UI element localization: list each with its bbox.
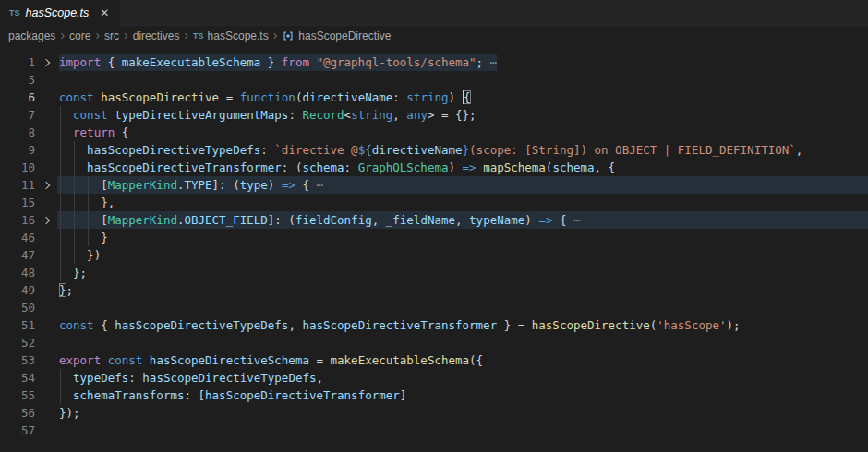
breadcrumb-label: hasScope.ts — [208, 30, 269, 42]
line-number: 15 — [0, 194, 35, 211]
tab-bar: TS hasScope.ts ✕ — [0, 0, 868, 26]
code-line-15[interactable]: 15 }, — [0, 194, 868, 211]
code-text: }); — [59, 404, 80, 422]
code-text: const typeDirectiveArgumentMaps: Record<… — [59, 106, 476, 124]
code-text: export const hasScopeDirectiveSchema = m… — [59, 351, 483, 369]
code-line-53[interactable]: 53export const hasScopeDirectiveSchema =… — [0, 351, 868, 369]
breadcrumb-label: directives — [133, 30, 180, 42]
line-number: 47 — [0, 246, 35, 264]
breadcrumb-item-hasscopedirective[interactable]: hasScopeDirective — [282, 30, 391, 42]
code-line-7[interactable]: 7 const typeDirectiveArgumentMaps: Recor… — [0, 106, 868, 124]
fold-ellipsis: ⋯ — [567, 213, 581, 227]
typescript-file-icon: TS — [193, 31, 204, 41]
code-line-5[interactable]: 5 — [0, 71, 868, 89]
line-number: 51 — [0, 316, 35, 334]
chevron-right-icon: › — [95, 29, 100, 43]
matched-bracket: { — [464, 90, 471, 104]
code-line-48[interactable]: 48 }; — [0, 264, 868, 281]
matched-bracket: } — [59, 283, 66, 297]
breadcrumb-label: core — [69, 30, 90, 42]
chevron-right-icon: › — [124, 29, 128, 43]
code-line-54[interactable]: 54 typeDefs: hasScopeDirectiveTypeDefs, — [0, 369, 868, 387]
fold-ellipsis: ⋯ — [483, 55, 497, 69]
typescript-file-icon: TS — [9, 8, 20, 18]
line-number: 11 — [0, 176, 35, 194]
code-text: const hasScopeDirective = function(direc… — [59, 89, 471, 106]
code-line-9[interactable]: 9 hasScopeDirectiveTypeDefs: `directive … — [0, 141, 868, 159]
breadcrumb-item-packages[interactable]: packages — [8, 30, 55, 42]
chevron-right-icon: › — [184, 29, 188, 43]
breadcrumb: packages›core›src›directives›TShasScope.… — [0, 26, 868, 46]
breadcrumb-label: hasScopeDirective — [298, 30, 391, 42]
line-number: 56 — [0, 404, 35, 422]
code-line-11[interactable]: 11 [MapperKind.TYPE]: (type) => { ⋯ — [0, 176, 868, 194]
chevron-right-icon: › — [273, 29, 278, 43]
line-number: 16 — [0, 211, 35, 229]
code-text: const { hasScopeDirectiveTypeDefs, hasSc… — [59, 316, 741, 334]
editor[interactable]: 1import { makeExecutableSchema } from "@… — [0, 46, 868, 452]
fold-chevron-icon[interactable] — [42, 182, 50, 189]
breadcrumb-item-src[interactable]: src — [104, 30, 119, 42]
code-line-6[interactable]: 6const hasScopeDirective = function(dire… — [0, 89, 868, 106]
line-number: 52 — [0, 334, 35, 351]
code-line-52[interactable]: 52 — [0, 334, 868, 351]
tab-hasscope[interactable]: TS hasScope.ts ✕ — [0, 0, 120, 26]
code-line-57[interactable]: 57 — [0, 422, 868, 439]
code-line-47[interactable]: 47 }) — [0, 246, 868, 264]
code-line-8[interactable]: 8 return { — [0, 124, 868, 141]
code-text: }; — [59, 264, 87, 281]
line-number: 53 — [0, 351, 35, 369]
code-text: } — [59, 229, 108, 246]
line-number: 57 — [0, 422, 35, 439]
line-number: 7 — [0, 106, 35, 124]
code-line-56[interactable]: 56}); — [0, 404, 868, 422]
code-text: typeDefs: hasScopeDirectiveTypeDefs, — [59, 369, 323, 387]
code-line-51[interactable]: 51const { hasScopeDirectiveTypeDefs, has… — [0, 316, 868, 334]
code-line-55[interactable]: 55 schemaTransforms: [hasScopeDirectiveT… — [0, 387, 868, 404]
line-number: 54 — [0, 369, 35, 387]
close-tab-icon[interactable]: ✕ — [98, 6, 111, 19]
code-text: }) — [59, 246, 101, 264]
code-line-10[interactable]: 10 hasScopeDirectiveTransformer: (schema… — [0, 159, 868, 176]
folded-region-highlight: import { makeExecutableSchema } from "@g… — [59, 54, 497, 71]
code-text: return { — [59, 124, 128, 141]
fold-chevron-icon[interactable] — [42, 217, 50, 224]
code-line-50[interactable]: 50 — [0, 299, 868, 316]
line-number: 46 — [0, 229, 35, 246]
code-line-16[interactable]: 16 [MapperKind.OBJECT_FIELD]: (fieldConf… — [0, 211, 868, 229]
breadcrumb-item-core[interactable]: core — [69, 30, 90, 42]
line-number: 1 — [0, 54, 35, 71]
code-text: hasScopeDirectiveTransformer: (schema: G… — [59, 159, 615, 176]
line-number: 6 — [0, 89, 35, 106]
breadcrumb-item-directives[interactable]: directives — [133, 30, 180, 42]
line-number: 5 — [0, 71, 35, 89]
fold-ellipsis: ⋯ — [309, 178, 323, 192]
line-number: 50 — [0, 299, 35, 316]
code-text: [MapperKind.OBJECT_FIELD]: (fieldConfig,… — [59, 211, 581, 229]
vscode-window: TS hasScope.ts ✕ packages›core›src›direc… — [0, 0, 868, 452]
breadcrumb-item-hasscope-ts[interactable]: TShasScope.ts — [193, 30, 269, 42]
chevron-right-icon: › — [60, 29, 65, 43]
fold-chevron-icon[interactable] — [42, 59, 50, 66]
code-text: [MapperKind.TYPE]: (type) => { ⋯ — [59, 176, 323, 194]
code-text: hasScopeDirectiveTypeDefs: `directive @$… — [59, 141, 802, 159]
breadcrumb-label: src — [104, 30, 119, 42]
symbol-variable-icon — [282, 30, 295, 42]
line-number: 10 — [0, 159, 35, 176]
line-number: 9 — [0, 141, 35, 159]
line-number: 48 — [0, 264, 35, 281]
tab-title: hasScope.ts — [26, 6, 90, 19]
line-number: 49 — [0, 281, 35, 299]
code-text: }, — [59, 194, 115, 211]
code-text: import { makeExecutableSchema } from "@g… — [59, 54, 497, 71]
code-text: }; — [59, 281, 73, 299]
code-text: schemaTransforms: [hasScopeDirectiveTran… — [59, 387, 406, 404]
code-line-49[interactable]: 49}; — [0, 281, 868, 299]
code-line-1[interactable]: 1import { makeExecutableSchema } from "@… — [0, 54, 868, 71]
line-number: 55 — [0, 387, 35, 404]
breadcrumb-label: packages — [8, 30, 55, 42]
line-number: 8 — [0, 124, 35, 141]
code-line-46[interactable]: 46 } — [0, 229, 868, 246]
